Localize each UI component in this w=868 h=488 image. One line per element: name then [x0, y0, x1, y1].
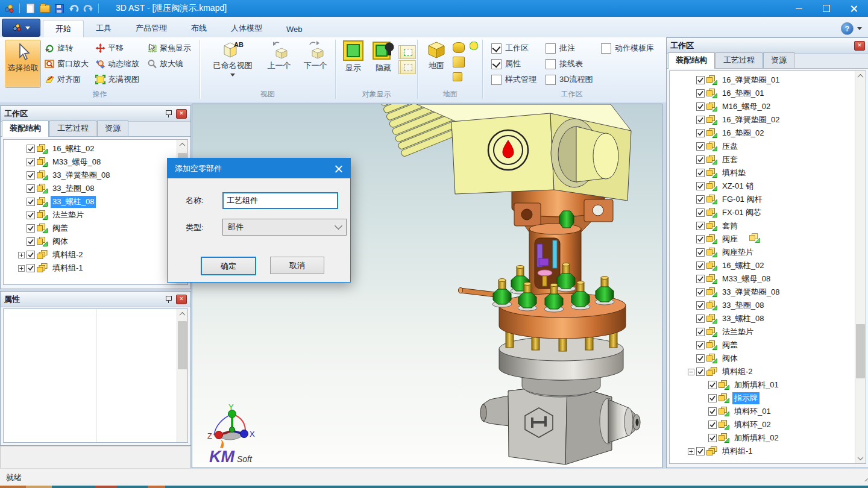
checkbox-checked-icon[interactable]: [696, 248, 705, 257]
tree-item-label[interactable]: FX-01 阀芯: [720, 207, 763, 219]
checkbox-checked-icon[interactable]: [696, 142, 705, 151]
tree-item-label[interactable]: FG-01 阀杆: [720, 193, 764, 205]
checkbox-checked-icon[interactable]: [696, 261, 705, 270]
tree-part-row[interactable]: 阀盖: [17, 222, 177, 235]
tab-human-model[interactable]: 人体模型: [219, 20, 274, 37]
tree-part-row[interactable]: 填料垫: [687, 166, 855, 180]
magnifier-button[interactable]: 放大镜: [147, 57, 183, 71]
pan-button[interactable]: 平移: [95, 41, 124, 55]
tree-part-row[interactable]: 16_弹簧垫圈_01: [687, 74, 855, 87]
checkbox-checked-icon[interactable]: [708, 407, 717, 416]
checkbox-checked-icon[interactable]: [696, 182, 705, 190]
dynamic-zoom-button[interactable]: 动态缩放: [95, 57, 139, 71]
tree-item-label[interactable]: 16_弹簧垫圈_02: [720, 114, 781, 126]
display-filter-4-button[interactable]: [400, 60, 416, 74]
tree-item-label[interactable]: 套筒: [720, 220, 740, 232]
tree-part-row[interactable]: XZ-01 销: [687, 180, 855, 193]
tree-part-row[interactable]: 16_螺柱_02: [687, 259, 855, 272]
tab-tools[interactable]: 工具: [84, 20, 124, 37]
checkbox-checked-icon[interactable]: [696, 354, 705, 363]
checkbox-checked-icon[interactable]: [696, 102, 705, 111]
tab-product-management[interactable]: 产品管理: [124, 20, 179, 37]
tree-item-label[interactable]: 指示牌: [732, 392, 760, 404]
ground-style-ring-icon[interactable]: [468, 41, 479, 51]
scroll-thumb[interactable]: [178, 321, 187, 369]
checkbox-checked-icon[interactable]: [696, 76, 705, 84]
tree-group-row[interactable]: 填料组-2: [17, 248, 177, 261]
tree-part-row[interactable]: 压盘: [687, 140, 855, 153]
undo-icon[interactable]: [68, 3, 79, 14]
pin-icon[interactable]: [165, 295, 172, 303]
fit-view-button[interactable]: 充满视图: [95, 72, 139, 87]
tab-routing[interactable]: 布线: [179, 20, 219, 37]
tab-res[interactable]: 资源: [763, 52, 794, 68]
tab-home[interactable]: 开始: [43, 20, 84, 38]
hide-button[interactable]: 隐藏: [370, 40, 397, 74]
checkbox-checked-icon[interactable]: [27, 198, 35, 206]
checkbox-checked-icon[interactable]: [27, 171, 35, 180]
tree-item-label[interactable]: 33_垫圈_08: [51, 183, 96, 195]
tree-part-row[interactable]: 33_弹簧垫圈_08: [687, 286, 855, 299]
toggle-style-management[interactable]: 样式管理: [491, 74, 536, 86]
checkbox-checked-icon[interactable]: [696, 169, 705, 177]
checkbox-checked-icon[interactable]: [27, 251, 35, 259]
tree-item-label[interactable]: 33_垫圈_08: [720, 299, 766, 311]
tree-part-row[interactable]: 指示牌: [687, 392, 855, 405]
checkbox-checked-icon[interactable]: [696, 314, 705, 323]
toggle-3d-flowchart[interactable]: 3D流程图: [546, 74, 593, 86]
ground-style-3-icon[interactable]: [453, 72, 462, 81]
resize-grip[interactable]: [864, 474, 868, 481]
expand-icon[interactable]: [687, 448, 695, 455]
dialog-titlebar[interactable]: 添加空零部件: [168, 158, 350, 178]
new-file-icon[interactable]: [25, 3, 36, 14]
tab-assembly-structure[interactable]: 装配结构: [668, 52, 715, 69]
tree-part-row[interactable]: 阀体: [687, 352, 855, 365]
tree-item-label[interactable]: 33_螺柱_08: [720, 313, 766, 325]
tree-item-label[interactable]: 填料组-2: [51, 249, 85, 261]
panel-close-button[interactable]: [854, 41, 865, 51]
display-filter-2-button[interactable]: [400, 45, 416, 59]
tree-part-row[interactable]: 加斯填料_01: [687, 378, 855, 392]
tree-part-row[interactable]: M33_螺母_08: [17, 155, 177, 169]
checkbox-checked-icon[interactable]: [696, 341, 705, 349]
application-menu-button[interactable]: [2, 19, 40, 37]
name-input[interactable]: [222, 192, 338, 209]
expand-icon[interactable]: [17, 252, 25, 258]
tree-part-row[interactable]: 33_垫圈_08: [687, 299, 855, 312]
checkbox-checked-icon[interactable]: [27, 264, 35, 272]
checkbox-checked-icon[interactable]: [696, 447, 705, 455]
tree-part-row[interactable]: 16_垫圈_01: [687, 87, 855, 100]
tab-assembly-structure[interactable]: 装配结构: [2, 120, 49, 137]
checkbox-checked-icon[interactable]: [696, 275, 705, 283]
tree-part-row[interactable]: 填料环_02: [687, 418, 855, 431]
checkbox-checked-icon[interactable]: [696, 195, 705, 204]
tree-item-label[interactable]: 阀体: [720, 352, 740, 364]
named-views-button[interactable]: AB 已命名视图: [207, 40, 258, 77]
tree-part-row[interactable]: 16_螺柱_02: [17, 142, 177, 155]
tree-item-label[interactable]: M33_螺母_08: [720, 273, 772, 285]
checkbox-checked-icon[interactable]: [708, 394, 717, 402]
checkbox-checked-icon[interactable]: [27, 184, 35, 193]
checkbox-icon[interactable]: [546, 75, 556, 85]
tree-item-label[interactable]: 填料环_01: [732, 405, 773, 418]
scroll-up-icon[interactable]: [177, 140, 187, 150]
tree-part-row[interactable]: M33_螺母_08: [687, 272, 855, 286]
scroll-thumb[interactable]: [856, 324, 865, 378]
toggle-properties[interactable]: 属性: [491, 58, 521, 70]
tree-item-label[interactable]: 16_螺柱_02: [51, 143, 96, 155]
tab-web[interactable]: Web: [274, 22, 315, 37]
toggle-workspace[interactable]: 工作区: [491, 42, 529, 54]
checkbox-checked-icon[interactable]: [696, 328, 705, 336]
checkbox-checked-icon[interactable]: [696, 222, 705, 230]
redo-icon[interactable]: [83, 3, 93, 14]
ok-button[interactable]: 确定: [201, 257, 256, 275]
tree-item-label[interactable]: 16_垫圈_01: [720, 87, 766, 99]
tree-part-row[interactable]: 填料环_01: [687, 405, 855, 418]
ground-button[interactable]: 地面: [423, 40, 450, 71]
tree-item-label[interactable]: 法兰垫片: [51, 209, 86, 221]
checkbox-checked-icon[interactable]: [696, 155, 705, 164]
tree-part-row[interactable]: 33_垫圈_08: [17, 182, 177, 195]
next-view-button[interactable]: 下一个: [298, 40, 333, 71]
tree-item-label[interactable]: 加斯填料_02: [732, 432, 781, 444]
expand-icon[interactable]: [17, 265, 25, 272]
